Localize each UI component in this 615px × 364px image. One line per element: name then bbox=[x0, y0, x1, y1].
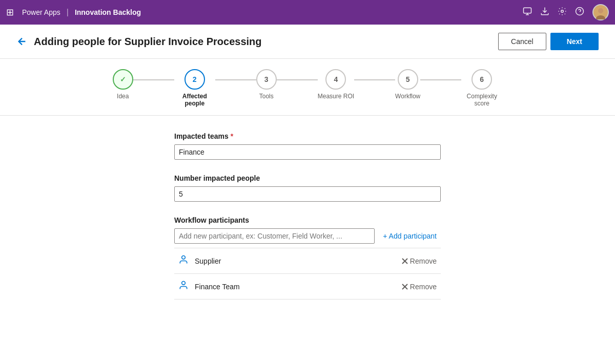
main-content: Impacted teams * Number impacted people … bbox=[0, 116, 615, 330]
step-4-label: Measure ROI bbox=[318, 93, 354, 100]
step-connector-1 bbox=[133, 79, 174, 80]
step-2-affected-people: 2 Affected people bbox=[174, 69, 215, 107]
settings-icon[interactable] bbox=[558, 7, 567, 18]
header-actions: Cancel Next bbox=[498, 33, 599, 50]
waffle-icon[interactable]: ⊞ bbox=[6, 7, 14, 18]
step-3-label: Tools bbox=[259, 93, 274, 100]
step-6-circle: 6 bbox=[471, 69, 492, 90]
add-participant-button[interactable]: + Add participant bbox=[379, 230, 441, 242]
svg-point-11 bbox=[182, 282, 186, 285]
workflow-participants-label: Workflow participants bbox=[174, 216, 441, 224]
help-icon[interactable] bbox=[575, 7, 584, 18]
participant-item-finance-team: Finance Team Remove bbox=[174, 274, 441, 299]
step-1-label: Idea bbox=[117, 93, 129, 100]
svg-point-3 bbox=[561, 10, 564, 12]
number-impacted-section: Number impacted people bbox=[174, 174, 441, 202]
svg-point-8 bbox=[182, 256, 186, 260]
step-5-workflow: 5 Workflow bbox=[395, 69, 420, 100]
remove-label-finance-team: Remove bbox=[410, 283, 437, 291]
step-3-tools: 3 Tools bbox=[256, 69, 277, 100]
participant-item-supplier: Supplier Remove bbox=[174, 248, 441, 274]
topbar-right bbox=[523, 4, 609, 20]
number-impacted-input[interactable] bbox=[174, 186, 441, 202]
participant-name-finance-team: Finance Team bbox=[195, 283, 402, 291]
step-6-label: Complexity score bbox=[461, 93, 502, 107]
page-title: Adding people for Supplier Invoice Proce… bbox=[34, 36, 498, 48]
step-2-label: Affected people bbox=[174, 93, 215, 107]
number-impacted-label: Number impacted people bbox=[174, 174, 441, 182]
impacted-teams-section: Impacted teams * bbox=[174, 132, 441, 160]
required-indicator: * bbox=[231, 132, 233, 140]
impacted-teams-label: Impacted teams * bbox=[174, 132, 441, 140]
participant-name-supplier: Supplier bbox=[195, 257, 402, 265]
user-avatar[interactable] bbox=[592, 4, 609, 20]
remove-label-supplier: Remove bbox=[410, 257, 437, 265]
svg-rect-0 bbox=[524, 8, 531, 13]
remove-button-supplier[interactable]: Remove bbox=[402, 257, 437, 265]
page-header: Adding people for Supplier Invoice Proce… bbox=[0, 25, 615, 59]
step-4-circle: 4 bbox=[325, 69, 346, 90]
step-3-circle: 3 bbox=[256, 69, 277, 90]
next-button[interactable]: Next bbox=[550, 33, 599, 50]
topbar-app-suite: Power Apps bbox=[22, 8, 60, 16]
add-participant-row: + Add participant bbox=[174, 228, 441, 244]
stepper: ✓ Idea 2 Affected people 3 Tools 4 Measu… bbox=[0, 59, 615, 116]
step-5-label: Workflow bbox=[395, 93, 420, 100]
step-1-circle: ✓ bbox=[113, 69, 133, 90]
step-connector-2 bbox=[215, 79, 256, 80]
participant-icon-finance-team bbox=[178, 280, 189, 293]
cancel-button[interactable]: Cancel bbox=[498, 33, 546, 50]
topbar: ⊞ Power Apps | Innovation Backlog bbox=[0, 0, 615, 25]
svg-point-6 bbox=[598, 8, 603, 13]
step-connector-4 bbox=[354, 79, 395, 80]
impacted-teams-input[interactable] bbox=[174, 144, 441, 160]
workflow-participants-section: Workflow participants + Add participant … bbox=[174, 216, 441, 299]
back-button[interactable] bbox=[16, 36, 28, 47]
download-icon[interactable] bbox=[540, 7, 549, 18]
step-4-measure-roi: 4 Measure ROI bbox=[318, 69, 354, 100]
participant-icon-supplier bbox=[178, 254, 189, 267]
step-connector-5 bbox=[420, 79, 461, 80]
step-connector-3 bbox=[277, 79, 318, 80]
topbar-separator: | bbox=[67, 8, 69, 17]
participant-list: Supplier Remove Finance Team bbox=[174, 248, 441, 299]
remove-x-icon-finance-team bbox=[402, 284, 408, 290]
step-5-circle: 5 bbox=[398, 69, 418, 90]
step-2-circle: 2 bbox=[184, 69, 205, 90]
screen-icon[interactable] bbox=[523, 7, 532, 18]
step-1-idea: ✓ Idea bbox=[113, 69, 133, 100]
add-participant-input[interactable] bbox=[174, 228, 375, 244]
remove-button-finance-team[interactable]: Remove bbox=[402, 283, 437, 291]
topbar-app-name: Innovation Backlog bbox=[75, 8, 141, 16]
remove-x-icon-supplier bbox=[402, 258, 408, 264]
step-6-complexity-score: 6 Complexity score bbox=[461, 69, 502, 107]
